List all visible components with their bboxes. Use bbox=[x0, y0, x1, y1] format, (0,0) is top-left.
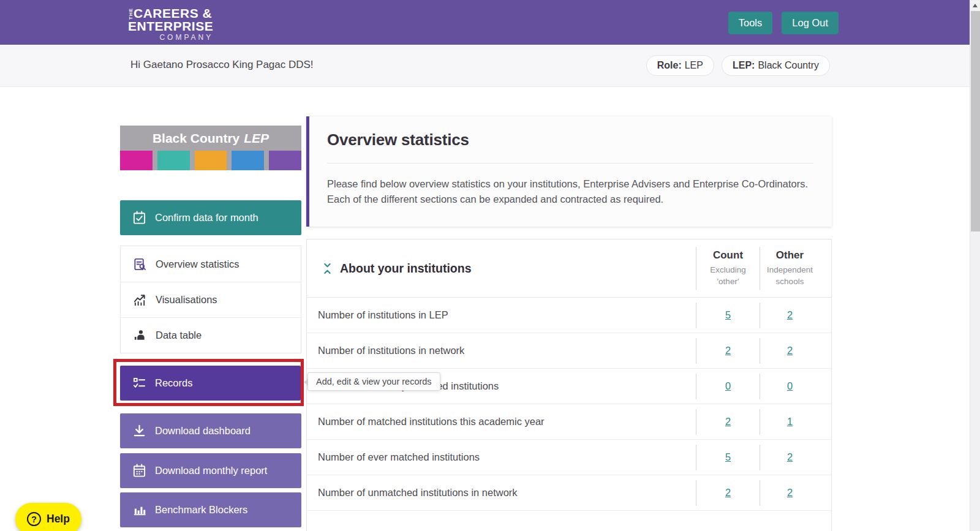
sidebar-item-download-dashboard[interactable]: Download dashboard bbox=[120, 413, 301, 448]
scrollbar-thumb[interactable] bbox=[971, 11, 980, 232]
badges: Role: LEP LEP: Black Country bbox=[646, 55, 830, 76]
chart-trend-icon bbox=[132, 293, 147, 307]
download-icon bbox=[132, 424, 146, 438]
row-values: 5 2 bbox=[696, 303, 820, 328]
other-cell: 2 bbox=[760, 445, 820, 470]
row-label: Number of matched institutions this acad… bbox=[318, 416, 696, 427]
other-value-link[interactable]: 2 bbox=[787, 451, 793, 463]
company-logo[interactable]: THE CAREERS & ENTERPRISE COMPANY bbox=[128, 7, 213, 42]
count-cell: 5 bbox=[696, 445, 760, 470]
count-cell: 5 bbox=[696, 303, 760, 328]
row-label: Number of unmatched institutions in netw… bbox=[318, 487, 696, 499]
logo-careers: CAREERS & bbox=[134, 7, 212, 20]
other-value-link[interactable]: 1 bbox=[787, 416, 793, 427]
count-cell: 2 bbox=[696, 409, 760, 435]
other-value-link[interactable]: 2 bbox=[787, 345, 793, 356]
column-label: Other bbox=[776, 249, 804, 262]
sidebar-item-label: Overview statistics bbox=[156, 258, 239, 270]
row-values: 2 1 bbox=[696, 409, 820, 435]
sidebar-item-benchmark-blockers[interactable]: Benchmark Blockers bbox=[120, 492, 301, 527]
lep-logo-title-suffix: LEP bbox=[244, 131, 269, 146]
bar-chart-icon bbox=[132, 503, 146, 517]
sidebar-item-overview-statistics[interactable]: Overview statistics bbox=[121, 246, 301, 282]
sidebar-item-label: Download monthly report bbox=[155, 465, 267, 476]
count-cell: 2 bbox=[696, 480, 760, 506]
sidebar: Black Country LEP Confirm data for month bbox=[120, 126, 301, 527]
greeting-text: Hi Gaetano Prosacco King Pagac DDS! bbox=[130, 59, 314, 71]
logout-button[interactable]: Log Out bbox=[782, 12, 839, 34]
tools-button[interactable]: Tools bbox=[728, 12, 773, 34]
header-actions: Tools Log Out bbox=[728, 12, 839, 34]
sidebar-item-visualisations[interactable]: Visualisations bbox=[121, 282, 301, 317]
table-row: Number of matched institutions this acad… bbox=[307, 404, 831, 440]
row-values: 2 2 bbox=[696, 338, 820, 364]
count-value-link[interactable]: 2 bbox=[725, 416, 731, 427]
table-row: Number of ever matched institutions 5 2 bbox=[307, 440, 831, 475]
records-tooltip: Add, edit & view your records bbox=[307, 372, 440, 391]
row-values: 2 2 bbox=[696, 480, 820, 506]
row-label: Number of ever matched institutions bbox=[318, 451, 696, 463]
other-cell: 1 bbox=[760, 409, 820, 435]
sidebar-item-records[interactable]: Records bbox=[120, 366, 301, 401]
other-value-link[interactable]: 0 bbox=[787, 380, 793, 392]
document-search-icon bbox=[132, 257, 147, 271]
sidebar-item-label: Download dashboard bbox=[155, 425, 251, 437]
lep-logo-color-band bbox=[120, 151, 301, 170]
lep-color-swatch bbox=[120, 151, 153, 170]
count-cell: 0 bbox=[696, 374, 760, 399]
count-value-link[interactable]: 2 bbox=[725, 345, 731, 356]
other-value-link[interactable]: 2 bbox=[787, 309, 793, 321]
sidebar-item-label: Visualisations bbox=[156, 294, 217, 306]
count-value-link[interactable]: 0 bbox=[725, 380, 731, 392]
sidebar-item-data-table[interactable]: Data table bbox=[121, 317, 301, 353]
role-badge-value: LEP bbox=[685, 60, 703, 71]
lep-badge: LEP: Black Country bbox=[722, 55, 830, 76]
count-value-link[interactable]: 2 bbox=[725, 487, 731, 499]
table-row: Number of unmatched institutions in netw… bbox=[307, 475, 831, 511]
role-badge-label: Role: bbox=[657, 60, 682, 71]
logo-line1: THE CAREERS & bbox=[128, 7, 213, 20]
other-value-link[interactable]: 2 bbox=[787, 487, 793, 499]
table-header: About your institutions Count Excluding … bbox=[307, 239, 831, 298]
top-header: THE CAREERS & ENTERPRISE COMPANY Tools L… bbox=[0, 0, 980, 45]
table-row: Number of institutions in LEP 5 2 bbox=[307, 298, 831, 333]
logo-enterprise: ENTERPRISE bbox=[128, 20, 213, 32]
help-button[interactable]: ? Help bbox=[15, 503, 81, 531]
collapse-section-icon[interactable] bbox=[323, 263, 331, 274]
sidebar-item-confirm-data[interactable]: Confirm data for month bbox=[120, 200, 301, 235]
scrollbar-up-button[interactable] bbox=[970, 0, 980, 10]
question-mark-icon: ? bbox=[27, 512, 41, 526]
records-tooltip-text: Add, edit & view your records bbox=[316, 377, 432, 386]
lep-logo-title-text: Black Country bbox=[153, 131, 239, 146]
logo-the: THE bbox=[128, 7, 134, 20]
scroll-up-arrow-icon bbox=[973, 4, 978, 7]
person-icon bbox=[132, 328, 147, 342]
row-values: 5 2 bbox=[696, 445, 820, 470]
calendar-check-icon bbox=[132, 211, 146, 225]
count-value-link[interactable]: 5 bbox=[725, 451, 731, 463]
column-header-count: Count Excluding 'other' bbox=[696, 247, 760, 290]
sidebar-item-label: Records bbox=[155, 377, 192, 389]
role-badge: Role: LEP bbox=[646, 55, 714, 76]
sidebar-item-label: Confirm data for month bbox=[155, 212, 258, 224]
row-label: Number of institutions in network bbox=[318, 345, 696, 356]
table-column-headers: Count Excluding 'other' Other Independen… bbox=[696, 247, 820, 290]
records-highlight-border: Records bbox=[113, 359, 304, 406]
page-title: Overview statistics bbox=[327, 130, 813, 149]
sidebar-item-download-monthly-report[interactable]: Download monthly report bbox=[120, 453, 301, 488]
lep-logo-title: Black Country LEP bbox=[120, 126, 301, 151]
sidebar-item-label: Data table bbox=[156, 330, 202, 341]
row-label: Number of institutions in LEP bbox=[318, 309, 696, 321]
divider bbox=[327, 163, 813, 164]
lep-badge-value: Black Country bbox=[758, 60, 819, 71]
greeting-bar: Hi Gaetano Prosacco King Pagac DDS! Role… bbox=[0, 45, 980, 87]
page-description: Please find below overview statistics on… bbox=[327, 176, 809, 207]
table-title-group: About your institutions bbox=[323, 262, 696, 276]
lep-color-swatch bbox=[195, 151, 227, 170]
table-row: Number of institutions in network 2 2 bbox=[307, 333, 831, 369]
count-value-link[interactable]: 5 bbox=[725, 309, 731, 321]
checklist-icon bbox=[132, 376, 146, 390]
column-label: Count bbox=[713, 249, 743, 262]
logo-company: COMPANY bbox=[128, 33, 213, 42]
overview-statistics-panel: Overview statistics Please find below ov… bbox=[306, 116, 832, 227]
